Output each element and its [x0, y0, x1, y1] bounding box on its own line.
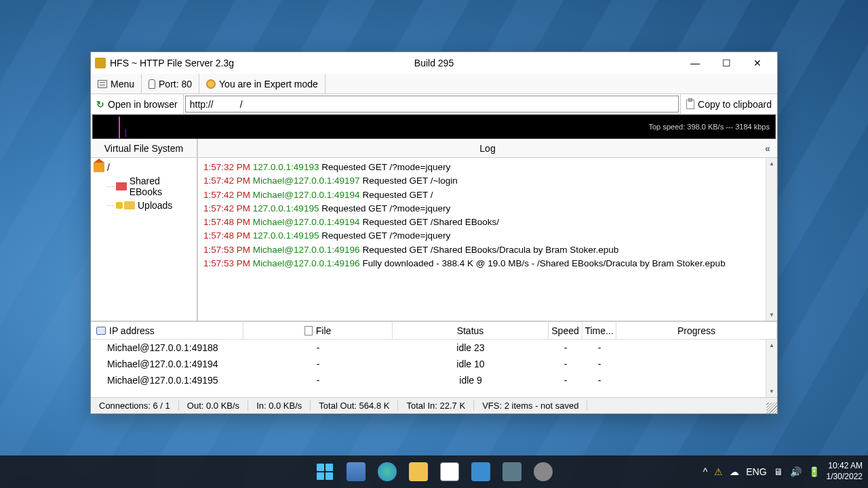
toolbar: Menu Port: 80 You are in Expert mode [91, 74, 777, 94]
connections-rows[interactable]: Michael@127.0.0.1:49188-idle 23--Michael… [91, 340, 777, 397]
connections-panel: IP address File Status Speed Time... Pro… [91, 321, 777, 397]
open-browser-button[interactable]: ↻ Open in browser [91, 94, 184, 114]
tree-line-icon: ⋯ [107, 183, 113, 190]
vfs-item-shared-ebooks[interactable]: ⋯ Shared EBooks [94, 174, 194, 199]
menu-icon [98, 80, 107, 88]
taskbar-app-explorer[interactable] [405, 458, 432, 485]
speed-graph[interactable]: Top speed: 398.0 KB/s --- 3184 kbps [92, 115, 776, 139]
log-line: 1:57:53 PM Michael@127.0.0.1:49196 Fully… [203, 257, 772, 270]
open-browser-label: Open in browser [108, 99, 178, 110]
tray-onedrive-icon[interactable]: ⚠ [714, 466, 723, 477]
log-line: 1:57:48 PM Michael@127.0.0.1:49194 Reque… [203, 216, 772, 229]
connection-row[interactable]: Michael@127.0.0.1:49195-idle 9-- [91, 372, 777, 388]
tray-weather-icon[interactable]: ☁ [730, 466, 739, 477]
tray-chevron-icon[interactable]: ^ [703, 466, 708, 477]
copy-clipboard-button[interactable]: Copy to clipboard [680, 94, 777, 114]
status-bar: Connections: 6 / 1 Out: 0.0 KB/s In: 0.0… [91, 397, 777, 413]
tray-battery-icon[interactable]: 🔋 [808, 466, 820, 477]
mode-label: You are in Expert mode [219, 79, 318, 89]
minimize-button[interactable]: — [679, 52, 711, 74]
tree-line-icon: ⋯ [107, 202, 113, 209]
col-label: Speed [551, 325, 578, 336]
status-in: In: 0.0 KB/s [248, 401, 311, 411]
connection-row[interactable]: Michael@127.0.0.1:49194-idle 10-- [91, 356, 777, 372]
tray-language[interactable]: ENG [746, 466, 766, 477]
port-label: Port: 80 [159, 79, 192, 89]
col-label: Time... [585, 325, 613, 336]
log-line: 1:57:42 PM Michael@127.0.0.1:49197 Reque… [203, 174, 772, 188]
maximize-button[interactable]: ☐ [711, 52, 742, 74]
status-vfs: VFS: 2 items - not saved [474, 401, 587, 411]
graph-spike [119, 117, 120, 138]
vfs-tree[interactable]: / ⋯ Shared EBooks ⋯ Uploads [91, 158, 197, 321]
log-line: 1:57:42 PM 127.0.0.1:49195 Requested GET… [203, 202, 772, 216]
collapse-log-button[interactable]: « [761, 142, 774, 155]
resize-grip[interactable] [766, 403, 777, 413]
clipboard-icon [686, 100, 694, 109]
url-input[interactable] [185, 96, 679, 113]
status-total-in: Total In: 22.7 K [398, 401, 474, 411]
vfs-root-item[interactable]: / [94, 161, 194, 174]
taskbar-app-store[interactable] [436, 458, 463, 485]
status-total-out: Total Out: 564.8 K [311, 401, 398, 411]
status-connections: Connections: 6 / 1 [91, 401, 179, 411]
port-button[interactable]: Port: 80 [142, 74, 199, 94]
col-time[interactable]: Time... [583, 322, 616, 339]
file-icon [304, 326, 313, 336]
app-icon [95, 58, 106, 68]
col-status[interactable]: Status [393, 322, 549, 339]
vfs-panel: Virtual File System / ⋯ Shared EBooks ⋯ … [91, 139, 198, 321]
col-file[interactable]: File [243, 322, 393, 339]
vfs-header: Virtual File System [91, 139, 197, 158]
tray-clock[interactable]: 10:42 AM 1/30/2022 [827, 461, 863, 482]
expert-icon [206, 79, 216, 89]
arrow-icon: ↻ [96, 99, 104, 110]
home-icon [94, 163, 104, 172]
log-panel: Log « 1:57:32 PM 127.0.0.1:49193 Request… [198, 139, 777, 321]
close-button[interactable]: ✕ [742, 52, 773, 74]
vfs-item-label: Shared EBooks [130, 176, 194, 197]
folder-icon [116, 182, 127, 190]
url-bar: ↻ Open in browser Copy to clipboard [91, 94, 777, 115]
tray-network-icon[interactable]: 🖥 [774, 466, 783, 477]
connections-headers: IP address File Status Speed Time... Pro… [91, 322, 777, 340]
start-button[interactable] [311, 458, 338, 485]
build-label: Build 295 [414, 58, 454, 68]
connections-scrollbar[interactable] [766, 340, 777, 397]
taskbar-app-taskview[interactable] [342, 458, 370, 485]
graph-spike [125, 129, 126, 137]
log-scrollbar[interactable] [766, 158, 777, 321]
windows-icon [317, 464, 333, 480]
taskbar-app-edge[interactable] [374, 458, 401, 485]
port-icon [149, 79, 155, 89]
graph-readout: Top speed: 398.0 KB/s --- 3184 kbps [648, 123, 770, 131]
log-line: 1:57:42 PM Michael@127.0.0.1:49194 Reque… [203, 188, 772, 202]
vfs-root-label: / [107, 162, 110, 173]
log-header: Log « [198, 139, 777, 158]
col-label: IP address [109, 325, 155, 336]
lock-icon [116, 202, 123, 209]
col-label: Progress [677, 325, 715, 336]
taskbar-app-hfs[interactable] [498, 458, 526, 485]
col-label: Status [457, 325, 484, 336]
col-speed[interactable]: Speed [549, 322, 583, 339]
log-line: 1:57:53 PM Michael@127.0.0.1:49196 Reque… [203, 243, 772, 257]
mode-button[interactable]: You are in Expert mode [199, 74, 326, 94]
log-line: 1:57:48 PM 127.0.0.1:49195 Requested GET… [203, 229, 772, 243]
window-title: HFS ~ HTTP File Server 2.3g [110, 58, 234, 68]
vfs-item-uploads[interactable]: ⋯ Uploads [94, 199, 194, 212]
menu-button[interactable]: Menu [91, 74, 142, 94]
taskbar-app-settings[interactable] [530, 458, 557, 485]
copy-label: Copy to clipboard [698, 99, 772, 110]
log-content[interactable]: 1:57:32 PM 127.0.0.1:49193 Requested GET… [198, 158, 777, 321]
taskbar-app-mail[interactable] [467, 458, 494, 485]
log-header-label: Log [479, 143, 495, 154]
col-ip-address[interactable]: IP address [91, 322, 243, 339]
folder-icon [124, 201, 135, 209]
connection-row[interactable]: Michael@127.0.0.1:49188-idle 23-- [91, 340, 777, 356]
titlebar[interactable]: HFS ~ HTTP File Server 2.3g Build 295 — … [91, 52, 777, 74]
hfs-window: HFS ~ HTTP File Server 2.3g Build 295 — … [90, 52, 778, 414]
col-progress[interactable]: Progress [616, 322, 777, 339]
tray-volume-icon[interactable]: 🔊 [790, 466, 802, 477]
log-line: 1:57:32 PM 127.0.0.1:49193 Requested GET… [203, 161, 772, 174]
